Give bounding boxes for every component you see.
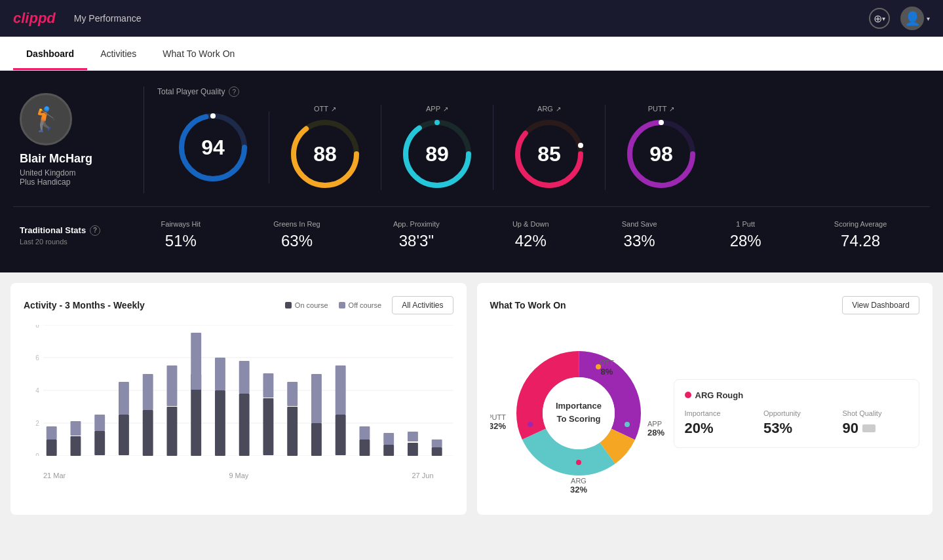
activity-panel-title: Activity - 3 Months - Weekly [24, 300, 145, 310]
chevron-down-icon: ▾ [882, 15, 885, 22]
view-dashboard-button[interactable]: View Dashboard [842, 296, 919, 314]
tab-what-to-work-on[interactable]: What To Work On [149, 37, 248, 70]
stats-subtitle: Last 20 rounds [20, 238, 125, 246]
avatar-image: 🏌️ [31, 105, 61, 133]
user-menu[interactable]: 👤 ▾ [900, 7, 930, 30]
svg-point-2 [210, 113, 216, 119]
svg-text:8: 8 [35, 325, 39, 329]
svg-text:6: 6 [35, 354, 39, 362]
svg-text:28%: 28% [647, 428, 664, 438]
gauge-label-app: APP ↗ [426, 105, 448, 113]
svg-point-7 [434, 120, 440, 125]
help-icon[interactable]: ? [90, 225, 100, 236]
svg-rect-48 [336, 415, 346, 455]
svg-text:APP: APP [647, 420, 662, 428]
svg-rect-57 [432, 439, 442, 447]
importance-value: 20% [685, 420, 751, 437]
gauge-label-ott: OTT ↗ [314, 105, 336, 113]
svg-rect-53 [383, 433, 394, 445]
svg-text:Importance: Importance [555, 401, 601, 411]
svg-text:32%: 32% [569, 485, 587, 495]
arrow-icon: ↗ [669, 105, 674, 113]
player-country: United Kingdom [20, 168, 130, 177]
svg-text:2: 2 [35, 420, 39, 427]
svg-rect-44 [287, 407, 298, 456]
dark-section: 🏌️ Blair McHarg United Kingdom Plus Hand… [0, 71, 943, 272]
info-card-title: ARG Rough [685, 390, 909, 400]
gauge-total: 94 [157, 111, 269, 183]
gauges-section: Total Player Quality ? 94 [144, 86, 930, 190]
person-icon: 👤 [904, 10, 921, 26]
avatar: 👤 [900, 7, 924, 30]
legend-off-course: Off course [339, 301, 382, 309]
shot-quality-bar [862, 424, 876, 432]
all-activities-button[interactable]: All Activities [392, 296, 453, 314]
svg-rect-52 [383, 445, 394, 456]
svg-rect-56 [432, 447, 442, 456]
shot-quality-value: 90 [843, 420, 909, 437]
svg-rect-24 [47, 439, 57, 456]
svg-point-77 [528, 422, 533, 427]
add-button[interactable]: ⊕ ▾ [869, 8, 890, 29]
svg-rect-26 [71, 436, 81, 456]
svg-text:OTT: OTT [600, 359, 614, 367]
nav-tabs: Dashboard Activities What To Work On [0, 37, 943, 71]
gauge-label-putt: PUTT ↗ [648, 105, 675, 113]
svg-rect-41 [239, 361, 250, 394]
svg-rect-28 [94, 431, 105, 455]
donut-wrap: Importance To Scoring OTT 8% APP 28% ARG… [490, 325, 667, 502]
wtwoo-panel-header: What To Work On View Dashboard [490, 296, 920, 314]
opportunity-value: 53% [763, 420, 830, 437]
legend-on-course: On course [285, 301, 328, 309]
svg-point-74 [596, 364, 601, 369]
svg-rect-31 [119, 382, 129, 415]
info-card-cols: Importance 20% Opportunity 53% Shot Qual… [685, 409, 909, 437]
svg-point-13 [659, 120, 664, 125]
stat-sand-save: Sand Save 33% [622, 220, 657, 250]
svg-text:0: 0 [35, 453, 39, 456]
gauge-putt: PUTT ↗ 98 [606, 105, 717, 190]
chart-svg: 0 2 4 6 8 [24, 325, 453, 456]
help-icon[interactable]: ? [229, 86, 239, 97]
x-label-1: 21 Mar [43, 472, 66, 479]
gauge-value-arg: 85 [537, 142, 561, 166]
svg-rect-54 [408, 443, 418, 456]
gauge-circle-putt: 98 [625, 118, 697, 190]
svg-rect-49 [336, 365, 346, 415]
player-avatar: 🏌️ [20, 93, 72, 145]
svg-rect-29 [94, 415, 105, 431]
activity-panel: Activity - 3 Months - Weekly On course O… [10, 283, 467, 515]
total-quality-label: Total Player Quality ? [157, 86, 917, 97]
tab-dashboard[interactable]: Dashboard [13, 37, 87, 70]
gauge-app: APP ↗ 89 [381, 105, 493, 190]
stat-items: Fairways Hit 51% Greens In Reg 63% App. … [125, 220, 923, 250]
activity-panel-header: Activity - 3 Months - Weekly On course O… [24, 296, 453, 314]
svg-text:ARG: ARG [571, 477, 587, 485]
gauge-circle-total: 94 [177, 111, 249, 183]
info-col-shot-quality: Shot Quality 90 [843, 409, 909, 437]
chart-area: 0 2 4 6 8 [24, 325, 453, 469]
svg-rect-39 [215, 358, 225, 390]
info-card: ARG Rough Importance 20% Opportunity 53%… [674, 379, 920, 448]
svg-rect-30 [119, 415, 129, 455]
info-col-opportunity: Opportunity 53% [763, 409, 830, 437]
plus-icon: ⊕ [874, 12, 882, 25]
gauges-row: 94 OTT ↗ 88 [157, 105, 917, 190]
stat-greens-in-reg: Greens In Reg 63% [273, 220, 320, 250]
gauge-circle-app: 89 [401, 118, 473, 190]
logo: clippd My Performance [13, 10, 141, 27]
header-right: ⊕ ▾ 👤 ▾ [869, 7, 930, 30]
wtwoo-title: What To Work On [490, 300, 566, 310]
player-name: Blair McHarg [20, 152, 130, 166]
svg-rect-55 [408, 432, 418, 441]
tab-activities[interactable]: Activities [87, 37, 149, 70]
bottom-panels: Activity - 3 Months - Weekly On course O… [0, 272, 943, 525]
player-handicap: Plus Handicap [20, 177, 130, 187]
gauge-arg: ARG ↗ 85 [493, 105, 606, 190]
gauge-value-putt: 98 [649, 142, 673, 166]
svg-point-10 [578, 143, 583, 148]
legend-dot-off [339, 302, 345, 308]
gauge-circle-arg: 85 [513, 118, 585, 190]
chart-legend: On course Off course [285, 301, 381, 309]
traditional-stats: Traditional Stats ? Last 20 rounds Fairw… [13, 206, 930, 257]
